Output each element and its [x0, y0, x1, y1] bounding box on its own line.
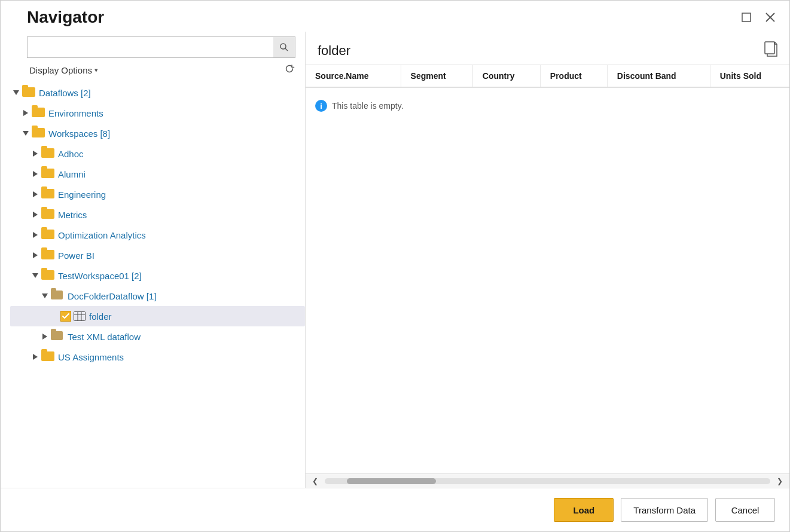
- tree-label-optimization-analytics: Optimization Analytics: [58, 230, 300, 240]
- folder-icon-alumni: [41, 169, 54, 179]
- tree-label-power-bi: Power BI: [58, 250, 300, 261]
- tree-item-dataflows[interactable]: Dataflows [2]: [10, 82, 305, 103]
- scroll-thumb[interactable]: [347, 478, 436, 484]
- toggle-folder: [51, 311, 60, 321]
- scroll-left-arrow[interactable]: ❮: [308, 475, 322, 488]
- svg-rect-5: [74, 312, 86, 321]
- tree-item-test-xml-dataflow[interactable]: Test XML dataflow: [10, 326, 305, 347]
- navigator-window: Navigator: [0, 0, 790, 532]
- col-source-name: Source.Name: [306, 65, 401, 87]
- folder-icon-adhoc: [41, 148, 54, 159]
- transform-data-button[interactable]: Transform Data: [621, 498, 708, 522]
- tree-label-engineering: Engineering: [58, 189, 300, 200]
- tree-item-optimization-analytics[interactable]: Optimization Analytics: [10, 225, 305, 245]
- col-segment: Segment: [401, 65, 472, 87]
- folder-icon-power-bi: [41, 250, 54, 261]
- left-panel: Display Options ▾ Dataflows [2]: [1, 32, 306, 488]
- toggle-metrics: [32, 210, 41, 219]
- folder-icon-engineering: [41, 189, 54, 200]
- folder-icon-us-assignments: [41, 351, 54, 362]
- load-button[interactable]: Load: [554, 498, 614, 522]
- window-title: Navigator: [27, 8, 104, 27]
- folder-icon-environments: [32, 108, 45, 118]
- tree-label-test-xml-dataflow: Test XML dataflow: [68, 332, 300, 342]
- toggle-alumni: [32, 169, 41, 179]
- svg-rect-0: [742, 13, 751, 22]
- folder-icon-optimization-analytics: [41, 230, 54, 240]
- tree-label-testworkspace01: TestWorkspace01 [2]: [58, 271, 300, 281]
- search-input[interactable]: [28, 42, 273, 52]
- toggle-us-assignments: [32, 352, 41, 362]
- folder-icon-metrics: [41, 209, 54, 220]
- bottom-bar: Load Transform Data Cancel: [1, 488, 789, 531]
- tree-container: Dataflows [2] Environments Workspaces [8…: [1, 82, 305, 481]
- cancel-button[interactable]: Cancel: [715, 498, 775, 522]
- col-product: Product: [540, 65, 607, 87]
- tree-item-folder[interactable]: folder: [10, 306, 305, 326]
- maximize-button[interactable]: [739, 10, 754, 25]
- tree-item-us-assignments[interactable]: US Assignments: [10, 347, 305, 367]
- display-options-button[interactable]: Display Options ▾: [27, 64, 100, 77]
- tree-label-metrics: Metrics: [58, 210, 300, 220]
- toggle-test-xml-dataflow: [41, 332, 51, 341]
- tree-item-metrics[interactable]: Metrics: [10, 204, 305, 225]
- close-button[interactable]: [763, 10, 777, 25]
- col-discount-band: Discount Band: [607, 65, 710, 87]
- tree-label-adhoc: Adhoc: [58, 149, 300, 159]
- display-options-label: Display Options: [29, 65, 92, 75]
- toggle-power-bi: [32, 250, 41, 260]
- scroll-track[interactable]: [325, 478, 770, 484]
- preview-title: folder: [318, 43, 350, 59]
- toggle-adhoc: [32, 149, 41, 158]
- toggle-engineering: [32, 189, 41, 199]
- display-options-row: Display Options ▾: [1, 63, 305, 82]
- tree-item-adhoc[interactable]: Adhoc: [10, 143, 305, 164]
- empty-row: i This table is empty.: [306, 87, 789, 124]
- tree-item-engineering[interactable]: Engineering: [10, 184, 305, 204]
- preview-table: Source.Name Segment Country Product Disc…: [306, 65, 789, 124]
- tree-item-power-bi[interactable]: Power BI: [10, 245, 305, 265]
- search-bar[interactable]: [27, 36, 295, 58]
- col-country: Country: [472, 65, 540, 87]
- tree-item-testworkspace01[interactable]: TestWorkspace01 [2]: [10, 265, 305, 286]
- table-container: Source.Name Segment Country Product Disc…: [306, 65, 789, 473]
- title-bar-controls: [739, 10, 777, 25]
- empty-message-text: This table is empty.: [332, 101, 404, 111]
- table-icon-folder: [74, 311, 86, 321]
- tree-label-alumni: Alumni: [58, 169, 300, 179]
- tree-item-workspaces[interactable]: Workspaces [8]: [10, 123, 305, 143]
- tree-label-environments: Environments: [48, 108, 300, 118]
- right-panel: folder Source.Name Segment: [306, 32, 789, 488]
- title-bar: Navigator: [1, 1, 789, 32]
- scroll-right-arrow[interactable]: ❯: [773, 475, 787, 488]
- empty-message: i This table is empty.: [306, 88, 789, 124]
- toggle-testworkspace01: [32, 271, 41, 280]
- refresh-icon[interactable]: [283, 63, 295, 78]
- folder-icon-workspaces: [32, 128, 45, 139]
- info-icon: i: [315, 100, 327, 112]
- preview-document-icon[interactable]: [764, 41, 777, 60]
- preview-header: folder: [306, 32, 789, 65]
- checkbox-folder: [60, 311, 71, 322]
- tree-item-alumni[interactable]: Alumni: [10, 164, 305, 184]
- folder-icon-dataflows: [22, 87, 35, 98]
- folder-icon-testworkspace01: [41, 270, 54, 281]
- main-content: Display Options ▾ Dataflows [2]: [1, 32, 789, 488]
- chevron-down-icon: ▾: [94, 66, 98, 74]
- search-button[interactable]: [273, 37, 295, 57]
- tree-item-environments[interactable]: Environments: [10, 103, 305, 123]
- folder-icon-docfolder-dataflow: [51, 291, 64, 301]
- svg-line-4: [285, 48, 288, 51]
- horizontal-scrollbar[interactable]: ❮ ❯: [306, 473, 789, 488]
- toggle-dataflows: [13, 88, 22, 97]
- col-units-sold: Units Sold: [710, 65, 789, 87]
- table-header-row: Source.Name Segment Country Product Disc…: [306, 65, 789, 87]
- tree-item-docfolder-dataflow[interactable]: DocFolderDataflow [1]: [10, 286, 305, 306]
- tree-label-workspaces: Workspaces [8]: [48, 129, 300, 139]
- svg-point-3: [280, 44, 286, 49]
- svg-rect-9: [765, 42, 774, 54]
- toggle-environments: [22, 108, 32, 118]
- tree-label-us-assignments: US Assignments: [58, 352, 300, 362]
- toggle-optimization-analytics: [32, 230, 41, 240]
- tree-label-docfolder-dataflow: DocFolderDataflow [1]: [68, 291, 300, 301]
